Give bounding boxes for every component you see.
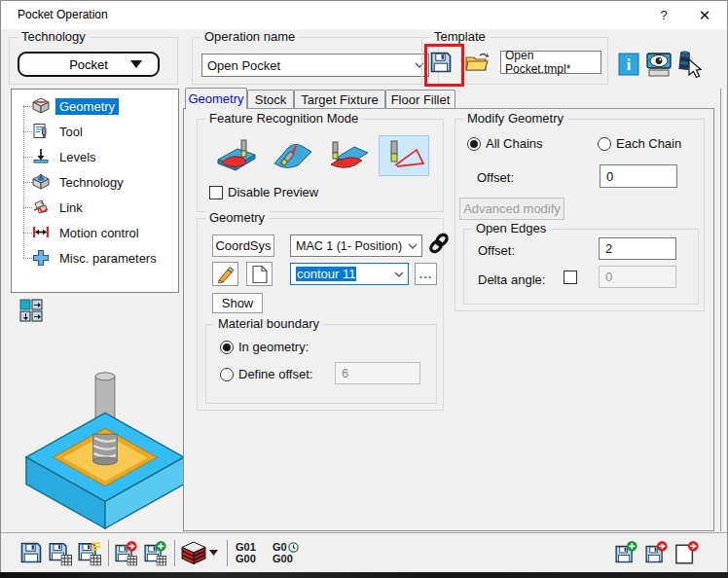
show-button-label: Show [222,296,254,310]
modify-offset-field[interactable]: 0 [600,164,677,188]
technology-group-label: Technology [18,29,90,44]
toolbar-separator [174,540,175,566]
browse-geometry-button[interactable]: ... [415,263,437,285]
open-edges-group: Open Edges Offset: 2 Delta angle: 0 [463,229,699,305]
define-offset-field[interactable]: 6 [335,362,420,384]
modify-geometry-group: Modify Geometry All Chains Each Chain Of… [455,119,705,311]
chevron-down-icon [209,550,218,556]
exit-button[interactable] [674,539,700,566]
tree-item-link[interactable]: Link [12,195,178,220]
coordsys-button[interactable]: CoordSys [212,235,274,257]
simulate-dropdown-button[interactable] [209,539,221,566]
tree-branch-line [23,106,32,107]
save-exit-button[interactable] [644,539,670,566]
info-button[interactable]: i [617,51,640,78]
link-pages-icon [32,199,50,215]
operation-name-select[interactable]: Open Pocket [201,54,429,77]
clock-icon [288,542,299,553]
template-filename: Open Pocket.tmpl* [505,49,597,76]
open-pocket-mode-icon [325,138,370,173]
tree-item-geometry[interactable]: Geometry [12,93,178,119]
gcode-feed-button[interactable]: G01 G00 [236,539,267,566]
tab-geometry[interactable]: Geometry [185,88,247,109]
tree-branch-line [23,207,32,208]
each-chain-label: Each Chain [616,136,681,151]
chevron-down-icon [408,243,418,249]
tab-target-fixture[interactable]: Target Fixture [294,90,385,109]
frm-mode-chain-button[interactable] [379,135,429,176]
define-offset-radio[interactable] [220,368,234,381]
tree-item-label: Misc. parameters [55,250,161,267]
operation-illustration [9,363,201,532]
save-calculate-options-button[interactable] [77,539,102,566]
open-edges-offset-label: Offset: [478,243,515,258]
simulate-button[interactable] [180,539,207,566]
define-offset-label: Define offset: [238,367,312,381]
pocket-solid-mode-icon [214,138,259,173]
in-geometry-radio[interactable] [220,341,234,354]
new-geometry-button[interactable] [246,262,273,286]
open-edges-offset-field[interactable]: 2 [599,237,676,260]
save-add-operation-button[interactable] [614,539,639,566]
tree-item-misc-parameters[interactable]: Misc. parameters [12,245,178,271]
technology-dropdown[interactable]: Pocket [18,52,160,77]
save-calculate-icon [48,540,73,566]
tab-floor-fillet[interactable]: Floor Fillet [385,90,455,109]
frm-mode-open-button[interactable] [322,135,373,176]
tab-stock[interactable]: Stock [247,90,294,109]
close-button[interactable]: ✕ [688,1,721,29]
feature-recognition-group: Feature Recognition Mode [197,119,444,212]
open-template-button[interactable] [463,50,491,75]
expand-arrows-icon [19,299,43,322]
template-filename-field[interactable]: Open Pocket.tmpl* [500,51,601,74]
disable-preview-checkbox[interactable] [209,186,223,199]
advanced-modify-button[interactable]: Advanced modify [459,198,564,220]
gcode-line: G01 [236,541,267,553]
gcode-line: G00 [273,553,309,564]
each-chain-radio[interactable] [598,137,611,151]
disable-preview-label: Disable Preview [228,185,318,199]
geometry-group-label: Geometry [205,210,269,225]
levels-depth-icon [32,148,50,164]
gcode-time-button[interactable]: G0 G00 [273,539,309,566]
save-template-button[interactable] [428,50,454,75]
delta-angle-field[interactable]: 0 [599,266,676,288]
operation-name-group-label: Operation name [200,29,299,44]
tree-branch-line [23,182,32,183]
tree-branch-line [23,157,32,158]
save-exit-calculate-button[interactable] [114,539,139,566]
save-calculate-button[interactable] [48,539,73,566]
all-chains-radio[interactable] [467,137,481,151]
motion-arrows-icon [32,224,50,240]
pick-tool-button[interactable] [675,49,703,80]
contour-select[interactable]: contour 11 [290,263,409,285]
frm-mode-solid-button[interactable] [211,135,262,176]
tab-label: Stock [255,92,287,107]
tree-item-tool[interactable]: Tool [12,119,178,144]
tree-item-motion-control[interactable]: Motion control [12,220,178,245]
panel-splitter[interactable] [720,89,725,531]
contour-select-value: contour 11 [296,267,356,281]
tree-item-levels[interactable]: Levels [12,144,178,169]
eye-preview-icon [645,51,673,78]
exit-icon [674,540,700,566]
simulate-stack-icon [181,541,207,565]
show-geometry-button[interactable]: Show [212,293,263,313]
technology-group: Technology Pocket [9,37,178,85]
frm-mode-3d-button[interactable] [268,135,318,176]
edit-geometry-button[interactable] [212,262,238,286]
template-group-label: Template [430,29,490,44]
save-button[interactable] [18,539,44,566]
geometry-tab-page: Feature Recognition Mode [183,108,714,531]
new-document-icon [251,265,269,284]
mac-select[interactable]: MAC 1 (1- Position) [290,235,422,257]
chain-link-icon[interactable] [427,231,451,256]
tree-branch-line [23,258,32,259]
tree-item-technology[interactable]: Technology [12,169,178,195]
expand-panel-button[interactable] [19,299,43,322]
delta-angle-checkbox[interactable] [564,271,577,284]
save-calculate-options-icon [77,540,102,566]
preview-button[interactable] [644,50,673,79]
save-add-calculate-button[interactable] [143,539,168,566]
help-button[interactable]: ? [647,1,680,29]
